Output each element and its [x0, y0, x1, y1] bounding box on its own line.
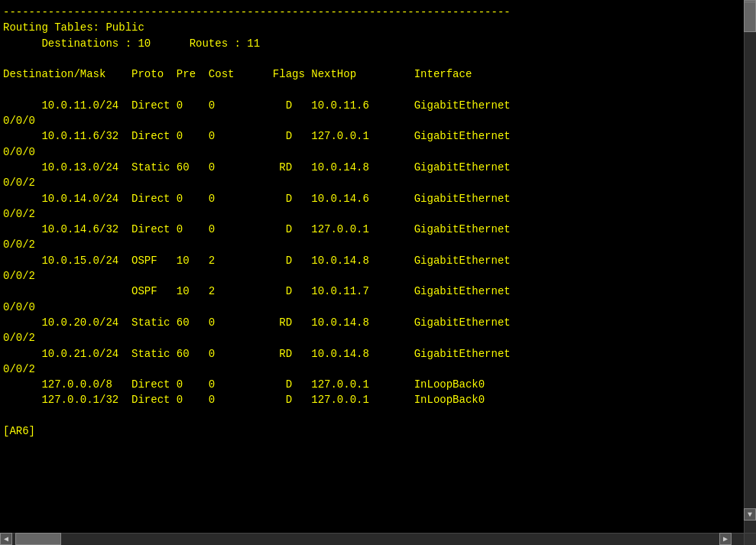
scrollbar-arrow-right[interactable]: ▶: [719, 533, 732, 545]
terminal-text-area: ----------------------------------------…: [0, 2, 756, 530]
terminal-output: ----------------------------------------…: [3, 5, 750, 439]
horizontal-scrollbar-thumb[interactable]: [15, 533, 61, 545]
vertical-scrollbar-thumb[interactable]: [744, 2, 756, 32]
terminal-content-area[interactable]: ----------------------------------------…: [0, 0, 756, 545]
vertical-scrollbar-track[interactable]: ▲ ▼: [744, 0, 756, 533]
scrollbar-arrow-left[interactable]: ◀: [0, 533, 12, 545]
horizontal-scrollbar-track[interactable]: ◀ ▶: [0, 533, 744, 545]
scrollbar-corner: [744, 533, 756, 545]
scrollbar-arrow-down[interactable]: ▼: [744, 508, 756, 521]
terminal-window: ----------------------------------------…: [0, 0, 756, 545]
